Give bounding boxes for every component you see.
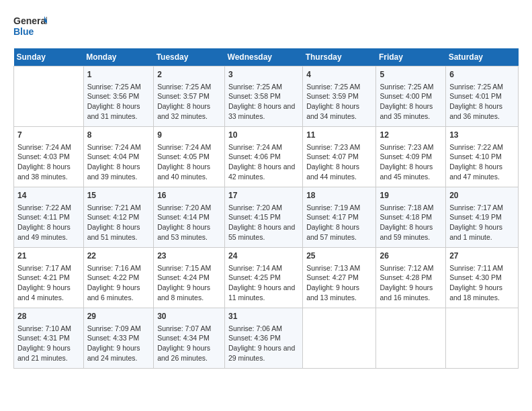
calendar-cell: 25Sunrise: 7:13 AMSunset: 4:27 PMDayligh… bbox=[303, 248, 376, 308]
calendar-cell: 2Sunrise: 7:25 AMSunset: 3:57 PMDaylight… bbox=[154, 66, 225, 127]
calendar-cell bbox=[446, 308, 519, 369]
day-info: Sunrise: 7:24 AMSunset: 4:05 PMDaylight:… bbox=[157, 142, 221, 182]
calendar-cell: 19Sunrise: 7:18 AMSunset: 4:18 PMDayligh… bbox=[376, 187, 446, 248]
logo: General Blue bbox=[13, 13, 47, 42]
week-row-1: 1Sunrise: 7:25 AMSunset: 3:56 PMDaylight… bbox=[14, 66, 519, 127]
calendar-cell: 12Sunrise: 7:23 AMSunset: 4:09 PMDayligh… bbox=[376, 127, 446, 187]
day-info: Sunrise: 7:13 AMSunset: 4:27 PMDaylight:… bbox=[306, 263, 372, 303]
calendar-cell: 18Sunrise: 7:19 AMSunset: 4:17 PMDayligh… bbox=[303, 187, 376, 248]
day-info: Sunrise: 7:25 AMSunset: 3:58 PMDaylight:… bbox=[228, 82, 299, 122]
day-number: 3 bbox=[228, 69, 299, 81]
day-number: 7 bbox=[17, 130, 80, 141]
day-info: Sunrise: 7:07 AMSunset: 4:34 PMDaylight:… bbox=[157, 324, 221, 363]
svg-text:Blue: Blue bbox=[13, 26, 34, 37]
day-number: 28 bbox=[17, 311, 80, 322]
day-number: 24 bbox=[228, 250, 299, 262]
day-number: 16 bbox=[157, 190, 221, 201]
day-info: Sunrise: 7:24 AMSunset: 4:03 PMDaylight:… bbox=[17, 142, 80, 182]
calendar-cell bbox=[376, 308, 446, 369]
calendar-cell: 7Sunrise: 7:24 AMSunset: 4:03 PMDaylight… bbox=[14, 127, 84, 187]
day-number: 27 bbox=[449, 250, 515, 262]
weekday-header-tuesday: Tuesday bbox=[154, 48, 225, 66]
day-number: 25 bbox=[306, 250, 372, 262]
day-info: Sunrise: 7:23 AMSunset: 4:07 PMDaylight:… bbox=[306, 142, 372, 182]
weekday-header-wednesday: Wednesday bbox=[225, 48, 303, 66]
day-info: Sunrise: 7:25 AMSunset: 4:01 PMDaylight:… bbox=[449, 82, 515, 122]
calendar-cell bbox=[14, 66, 84, 127]
calendar-cell: 22Sunrise: 7:16 AMSunset: 4:22 PMDayligh… bbox=[83, 248, 154, 308]
day-number: 18 bbox=[306, 190, 372, 201]
day-number: 5 bbox=[380, 69, 442, 81]
day-info: Sunrise: 7:20 AMSunset: 4:15 PMDaylight:… bbox=[228, 203, 299, 242]
day-info: Sunrise: 7:12 AMSunset: 4:28 PMDaylight:… bbox=[380, 263, 442, 303]
day-number: 13 bbox=[449, 130, 515, 141]
day-info: Sunrise: 7:15 AMSunset: 4:24 PMDaylight:… bbox=[157, 263, 221, 303]
calendar-cell: 9Sunrise: 7:24 AMSunset: 4:05 PMDaylight… bbox=[154, 127, 225, 187]
day-number: 11 bbox=[306, 130, 372, 141]
calendar-cell: 1Sunrise: 7:25 AMSunset: 3:56 PMDaylight… bbox=[83, 66, 154, 127]
day-number: 9 bbox=[157, 130, 221, 141]
calendar-cell: 29Sunrise: 7:09 AMSunset: 4:33 PMDayligh… bbox=[83, 308, 154, 369]
day-number: 4 bbox=[306, 69, 372, 81]
day-info: Sunrise: 7:21 AMSunset: 4:12 PMDaylight:… bbox=[87, 203, 150, 242]
day-info: Sunrise: 7:06 AMSunset: 4:36 PMDaylight:… bbox=[228, 324, 299, 363]
day-number: 26 bbox=[380, 250, 442, 262]
calendar-cell: 17Sunrise: 7:20 AMSunset: 4:15 PMDayligh… bbox=[225, 187, 303, 248]
calendar-cell bbox=[303, 308, 376, 369]
logo-svg: General Blue bbox=[13, 13, 47, 42]
day-info: Sunrise: 7:17 AMSunset: 4:19 PMDaylight:… bbox=[449, 203, 515, 242]
calendar-cell: 6Sunrise: 7:25 AMSunset: 4:01 PMDaylight… bbox=[446, 66, 519, 127]
day-info: Sunrise: 7:14 AMSunset: 4:25 PMDaylight:… bbox=[228, 263, 299, 303]
weekday-header-sunday: Sunday bbox=[14, 48, 84, 66]
day-number: 17 bbox=[228, 190, 299, 201]
calendar-cell: 8Sunrise: 7:24 AMSunset: 4:04 PMDaylight… bbox=[83, 127, 154, 187]
day-info: Sunrise: 7:24 AMSunset: 4:04 PMDaylight:… bbox=[87, 142, 150, 182]
day-info: Sunrise: 7:18 AMSunset: 4:18 PMDaylight:… bbox=[380, 203, 442, 242]
calendar-cell: 13Sunrise: 7:22 AMSunset: 4:10 PMDayligh… bbox=[446, 127, 519, 187]
day-info: Sunrise: 7:25 AMSunset: 3:59 PMDaylight:… bbox=[306, 82, 372, 122]
day-number: 12 bbox=[380, 130, 442, 141]
calendar-table: SundayMondayTuesdayWednesdayThursdayFrid… bbox=[13, 48, 519, 369]
week-row-3: 14Sunrise: 7:22 AMSunset: 4:11 PMDayligh… bbox=[14, 187, 519, 248]
calendar-cell: 24Sunrise: 7:14 AMSunset: 4:25 PMDayligh… bbox=[225, 248, 303, 308]
week-row-2: 7Sunrise: 7:24 AMSunset: 4:03 PMDaylight… bbox=[14, 127, 519, 187]
day-number: 22 bbox=[87, 250, 150, 262]
day-info: Sunrise: 7:11 AMSunset: 4:30 PMDaylight:… bbox=[449, 263, 515, 303]
day-number: 21 bbox=[17, 250, 80, 262]
day-info: Sunrise: 7:25 AMSunset: 4:00 PMDaylight:… bbox=[380, 82, 442, 122]
calendar-cell: 23Sunrise: 7:15 AMSunset: 4:24 PMDayligh… bbox=[154, 248, 225, 308]
calendar-cell: 16Sunrise: 7:20 AMSunset: 4:14 PMDayligh… bbox=[154, 187, 225, 248]
day-info: Sunrise: 7:17 AMSunset: 4:21 PMDaylight:… bbox=[17, 263, 80, 303]
day-info: Sunrise: 7:25 AMSunset: 3:56 PMDaylight:… bbox=[87, 82, 150, 122]
weekday-header-friday: Friday bbox=[376, 48, 446, 66]
weekday-header-row: SundayMondayTuesdayWednesdayThursdayFrid… bbox=[14, 48, 519, 66]
day-number: 1 bbox=[87, 69, 150, 81]
calendar-cell: 31Sunrise: 7:06 AMSunset: 4:36 PMDayligh… bbox=[225, 308, 303, 369]
weekday-header-thursday: Thursday bbox=[303, 48, 376, 66]
page-header: General Blue bbox=[13, 13, 519, 42]
calendar-cell: 21Sunrise: 7:17 AMSunset: 4:21 PMDayligh… bbox=[14, 248, 84, 308]
day-number: 15 bbox=[87, 190, 150, 201]
day-number: 20 bbox=[449, 190, 515, 201]
calendar-cell: 26Sunrise: 7:12 AMSunset: 4:28 PMDayligh… bbox=[376, 248, 446, 308]
weekday-header-saturday: Saturday bbox=[446, 48, 519, 66]
calendar-cell: 15Sunrise: 7:21 AMSunset: 4:12 PMDayligh… bbox=[83, 187, 154, 248]
calendar-cell: 4Sunrise: 7:25 AMSunset: 3:59 PMDaylight… bbox=[303, 66, 376, 127]
day-number: 19 bbox=[380, 190, 442, 201]
day-number: 2 bbox=[157, 69, 221, 81]
calendar-cell: 30Sunrise: 7:07 AMSunset: 4:34 PMDayligh… bbox=[154, 308, 225, 369]
calendar-cell: 27Sunrise: 7:11 AMSunset: 4:30 PMDayligh… bbox=[446, 248, 519, 308]
svg-text:General: General bbox=[13, 15, 47, 26]
day-info: Sunrise: 7:09 AMSunset: 4:33 PMDaylight:… bbox=[87, 324, 150, 363]
day-number: 31 bbox=[228, 311, 299, 322]
day-number: 29 bbox=[87, 311, 150, 322]
calendar-cell: 14Sunrise: 7:22 AMSunset: 4:11 PMDayligh… bbox=[14, 187, 84, 248]
day-number: 10 bbox=[228, 130, 299, 141]
day-info: Sunrise: 7:23 AMSunset: 4:09 PMDaylight:… bbox=[380, 142, 442, 182]
week-row-4: 21Sunrise: 7:17 AMSunset: 4:21 PMDayligh… bbox=[14, 248, 519, 308]
day-info: Sunrise: 7:19 AMSunset: 4:17 PMDaylight:… bbox=[306, 203, 372, 242]
day-number: 23 bbox=[157, 250, 221, 262]
weekday-header-monday: Monday bbox=[83, 48, 154, 66]
day-info: Sunrise: 7:22 AMSunset: 4:11 PMDaylight:… bbox=[17, 203, 80, 242]
week-row-5: 28Sunrise: 7:10 AMSunset: 4:31 PMDayligh… bbox=[14, 308, 519, 369]
